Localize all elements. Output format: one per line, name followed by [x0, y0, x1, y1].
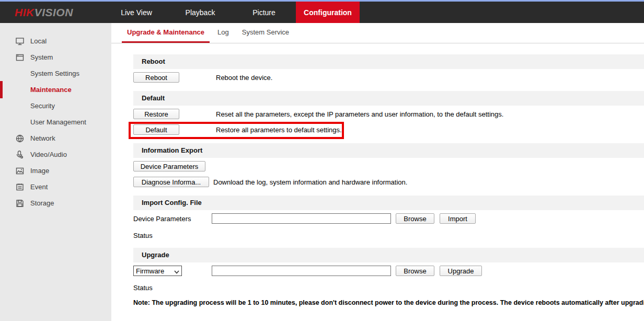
browse-upgrade-button[interactable]: Browse [396, 266, 434, 276]
section-header-import-config: Import Config. File [133, 196, 644, 210]
main-content: Upgrade & MaintenanceLogSystem Service R… [111, 23, 644, 321]
browse-import-button[interactable]: Browse [396, 213, 434, 224]
sidebar-item-event[interactable]: Event [0, 179, 111, 195]
restore-row: Restore Reset all the parameters, except… [133, 109, 644, 119]
tab-upgrade-maintenance[interactable]: Upgrade & Maintenance [122, 23, 210, 43]
upgrade-file-input[interactable] [212, 266, 391, 276]
image-icon [15, 166, 25, 176]
sidebar-item-image[interactable]: Image [0, 163, 111, 179]
default-description: Restore all parameters to default settin… [216, 126, 342, 134]
sidebar-item-user-management[interactable]: User Management [0, 114, 111, 130]
import-config-row: Device Parameters Browse Import [133, 213, 644, 224]
nav-tabs: Live ViewPlaybackPictureConfiguration [105, 2, 360, 23]
section-header-default: Default [133, 91, 644, 106]
reboot-description: Reboot the device. [216, 74, 272, 82]
sidebar: LocalSystemSystem SettingsMaintenanceSec… [0, 23, 111, 321]
upgrade-type-select-wrap: Firmware [133, 266, 182, 276]
diagnose-information-row: Diagnose Informa... Download the log, sy… [133, 177, 644, 187]
import-status-row: Status [133, 230, 644, 240]
sidebar-item-system-settings[interactable]: System Settings [0, 65, 111, 82]
sidebar-item-security[interactable]: Security [0, 98, 111, 114]
sidebar-item-label: User Management [30, 118, 86, 126]
sidebar-item-label: System Settings [30, 70, 79, 77]
sidebar-item-label: Event [30, 183, 48, 191]
logo-hik: HIK [15, 6, 34, 19]
sidebar-item-label: Image [30, 167, 49, 175]
top-nav: HIKVISION Live ViewPlaybackPictureConfig… [0, 2, 644, 23]
upgrade-status-label: Status [133, 284, 153, 292]
nav-tab-live-view[interactable]: Live View [105, 2, 168, 23]
sidebar-item-maintenance[interactable]: Maintenance [0, 82, 111, 98]
section-header-information-export: Information Export [133, 143, 644, 158]
sidebar-item-label: Maintenance [30, 86, 72, 94]
import-button[interactable]: Import [440, 213, 476, 224]
device-parameters-field-label: Device Parameters [133, 215, 212, 223]
window-icon [15, 53, 25, 62]
mic-icon [15, 150, 25, 159]
tab-system-service[interactable]: System Service [237, 23, 294, 43]
sidebar-item-label: Storage [30, 199, 54, 207]
diagnose-description: Download the log, system information and… [213, 178, 407, 186]
restore-description: Reset all the parameters, except the IP … [216, 110, 503, 118]
tab-log[interactable]: Log [212, 23, 234, 43]
restore-button[interactable]: Restore [133, 109, 179, 119]
device-parameters-export-button[interactable]: Device Parameters [133, 161, 205, 171]
default-button[interactable]: Default [133, 124, 179, 135]
sidebar-item-system[interactable]: System [0, 49, 111, 65]
upgrade-button[interactable]: Upgrade [440, 266, 482, 276]
sidebar-item-label: Video/Audio [30, 151, 67, 158]
hikvision-logo: HIKVISION [0, 2, 105, 23]
globe-icon [15, 134, 25, 143]
default-row: Default Restore all parameters to defaul… [133, 124, 644, 135]
logo-vision: VISION [34, 6, 73, 19]
sidebar-item-local[interactable]: Local [0, 33, 111, 49]
sidebar-item-storage[interactable]: Storage [0, 195, 111, 211]
device-parameters-export-row: Device Parameters [133, 161, 644, 171]
nav-tab-configuration[interactable]: Configuration [296, 2, 360, 23]
reboot-row: Reboot Reboot the device. [133, 72, 644, 83]
sidebar-item-label: Network [30, 134, 55, 142]
upgrade-row: Firmware Browse Upgrade [133, 266, 644, 276]
diagnose-information-button[interactable]: Diagnose Informa... [133, 177, 209, 187]
reboot-button[interactable]: Reboot [133, 72, 179, 83]
hikvision-config-page: HIKVISION Live ViewPlaybackPictureConfig… [0, 0, 644, 321]
import-status-label: Status [133, 232, 153, 239]
monitor-icon [15, 37, 25, 46]
section-header-upgrade: Upgrade [133, 248, 644, 262]
sidebar-item-video-audio[interactable]: Video/Audio [0, 146, 111, 163]
upgrade-status-row: Status [133, 282, 644, 293]
sections: Reboot Reboot Reboot the device. Default… [111, 54, 644, 306]
sidebar-item-label: Security [30, 102, 55, 110]
note-icon [15, 182, 25, 192]
upgrade-type-select[interactable]: Firmware [133, 266, 182, 276]
sidebar-item-label: System [30, 53, 53, 61]
sidebar-item-label: Local [30, 37, 47, 45]
content-tabs: Upgrade & MaintenanceLogSystem Service [111, 23, 644, 43]
upgrade-note: Note: The upgrading process will be 1 to… [133, 299, 644, 306]
nav-tab-playback[interactable]: Playback [168, 2, 232, 23]
import-file-input[interactable] [212, 213, 391, 224]
floppy-icon [15, 199, 25, 208]
nav-tab-picture[interactable]: Picture [232, 2, 296, 23]
sidebar-item-network[interactable]: Network [0, 130, 111, 146]
section-header-reboot: Reboot [133, 54, 644, 69]
